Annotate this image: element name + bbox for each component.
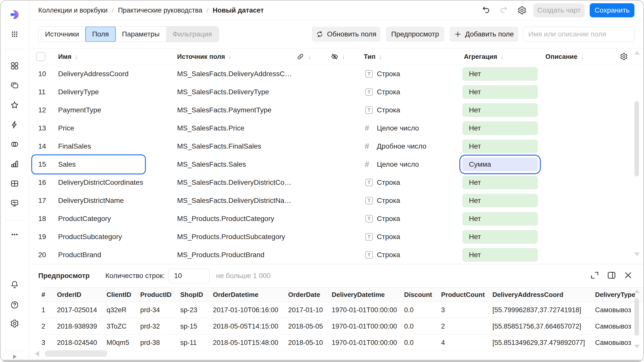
field-name: ProductSubcategory (58, 228, 122, 246)
app-window: Коллекции и воркбуки/Практические руково… (0, 0, 644, 362)
column-header-name-label: Имя (58, 53, 71, 61)
aggregation-select[interactable]: Нет (462, 103, 538, 117)
update-fields-button[interactable]: Обновить поля (312, 27, 380, 42)
field-name: Sales (58, 155, 76, 173)
scroll-up-arrow[interactable] (634, 289, 640, 293)
column-header-source-label: Источник поля (177, 53, 225, 61)
column-header-description[interactable]: Описание ↓ (545, 48, 584, 65)
column-header-hidden[interactable]: ↓ (331, 48, 345, 65)
aggregation-select[interactable]: Нет (462, 248, 538, 262)
notifications-bell-icon[interactable] (1, 280, 29, 289)
collections-icon[interactable] (1, 81, 29, 90)
column-header-link[interactable]: ↓ (296, 48, 311, 65)
split-view-icon[interactable] (607, 270, 616, 280)
help-icon[interactable] (1, 300, 29, 309)
field-row[interactable]: 16DeliveryDistrictCoordinatesMS_SalesFac… (29, 173, 643, 192)
preview-toggle-button[interactable]: Предпросмотр (386, 27, 444, 42)
tab-fields[interactable]: Поля (85, 26, 116, 42)
row-count-input[interactable] (168, 268, 210, 283)
field-row[interactable]: 17DeliveryDistrictNameMS_SalesFacts.Deli… (29, 192, 643, 210)
fields-search-input[interactable] (523, 27, 634, 42)
tab-parameters[interactable]: Параметры (115, 27, 166, 42)
expand-preview-icon[interactable] (590, 270, 599, 280)
column-header-source[interactable]: Источник поля ↓ (177, 48, 231, 65)
field-row[interactable]: 12PaymentTypeMS_SalesFacts.PaymentTypeTС… (29, 101, 643, 119)
connections-icon[interactable] (1, 140, 29, 149)
aggregation-select[interactable]: Нет (462, 67, 538, 81)
expand-sidebar-icon[interactable] (1, 353, 29, 360)
preview-table: #OrderIDClientIDProductIDShopIDOrderDate… (42, 287, 644, 351)
scroll-up-arrow[interactable] (634, 51, 640, 55)
datalens-logo[interactable] (1, 7, 29, 23)
sort-arrow-icon[interactable]: ↓ (581, 53, 584, 61)
aggregation-select[interactable]: Нет (462, 212, 538, 225)
column-header-aggregation[interactable]: Агрегация ↓ (464, 48, 504, 65)
sort-arrow-icon[interactable]: ↓ (228, 53, 231, 61)
top-header: Коллекции и воркбуки/Практические руково… (29, 1, 643, 20)
monitoring-icon[interactable] (1, 199, 29, 208)
favorites-star-icon[interactable] (1, 101, 29, 110)
field-type-label: Строка (377, 83, 400, 101)
field-row[interactable]: 11DeliveryTypeMS_SalesFacts.DeliveryType… (29, 83, 643, 101)
field-source: MS_SalesFacts.DeliveryType (177, 83, 269, 101)
widgets-icon[interactable] (1, 61, 29, 70)
field-row[interactable]: 20ProductBrandMS_Products.ProductBrandTС… (29, 246, 643, 264)
select-all-checkbox[interactable] (36, 52, 45, 61)
sort-arrow-icon[interactable]: ↓ (75, 53, 78, 61)
apps-grid-icon[interactable] (1, 30, 29, 39)
fields-scrollbar-thumb[interactable] (634, 101, 639, 176)
sort-arrow-icon[interactable]: ↓ (308, 53, 311, 61)
tables-icon[interactable] (1, 179, 29, 188)
sort-arrow-icon[interactable]: ↓ (500, 53, 504, 61)
column-header-description-label: Описание (545, 53, 577, 61)
field-row[interactable]: 10DeliveryAddressCoordMS_SalesFacts.Deli… (29, 65, 643, 83)
aggregation-select[interactable]: Нет (462, 194, 538, 207)
scroll-left-arrow[interactable] (35, 351, 39, 356)
field-row[interactable]: 15SalesMS_SalesFacts.Sales#Целое числоСу… (29, 155, 643, 173)
breadcrumb-item[interactable]: Коллекции и воркбуки (38, 7, 108, 14)
breadcrumb-item[interactable]: Практические руководства (118, 7, 202, 14)
preview-scrollbar-thumb[interactable] (634, 298, 639, 336)
undo-icon[interactable] (481, 6, 491, 15)
table-settings-gear-icon[interactable] (620, 48, 628, 65)
dataset-settings-gear-icon[interactable] (517, 6, 527, 15)
breadcrumb-item[interactable]: Новый датасет (213, 7, 264, 14)
field-type-label: Строка (377, 228, 400, 246)
column-header-type[interactable]: Тип ↓ (364, 48, 382, 65)
scroll-down-arrow[interactable] (634, 252, 640, 256)
field-row[interactable]: 19ProductSubcategoryMS_Products.ProductS… (29, 228, 643, 246)
field-source: MS_SalesFacts.DeliveryDistrictCo… (177, 173, 291, 192)
window-bottom-edge (1, 360, 643, 361)
tab-sources[interactable]: Источники (38, 27, 86, 42)
aggregation-select[interactable]: Нет (462, 85, 538, 99)
preview-cell: 2018-05-10T15:48:00 (213, 335, 288, 351)
settings-gear-icon[interactable] (1, 319, 29, 328)
quick-actions-bolt-icon[interactable] (1, 120, 29, 129)
aggregation-select[interactable]: Нет (462, 140, 538, 153)
column-header-name[interactable]: Имя ↓ (58, 48, 78, 65)
preview-cell: 1970-01-01T00:00:00 (332, 318, 404, 335)
aggregation-select[interactable]: Нет (462, 176, 538, 189)
preview-row: 32018-024540M0qm5prd-38sp-112018-05-10T1… (42, 335, 644, 351)
add-field-button[interactable]: Добавить поле (450, 27, 518, 42)
more-icon[interactable] (1, 230, 29, 239)
preview-cell: 1970-01-01T00:00:00 (332, 302, 404, 318)
preview-hscrollbar-thumb[interactable] (45, 350, 107, 357)
sort-arrow-icon[interactable]: ↓ (379, 53, 382, 61)
save-button[interactable]: Сохранить (590, 3, 634, 17)
preview-row: 22018-9389393ToZCprd-32sp-152018-05-05T1… (42, 318, 644, 335)
field-name: FinalSales (58, 137, 91, 155)
field-row[interactable]: 14FinalSalesMS_SalesFacts.FinalSales#Дро… (29, 137, 643, 155)
close-preview-icon[interactable] (623, 270, 633, 280)
aggregation-select[interactable]: Нет (462, 121, 538, 135)
field-row[interactable]: 13PriceMS_SalesFacts.Price#Целое числоНе… (29, 119, 643, 137)
charts-icon[interactable] (1, 159, 29, 168)
sort-arrow-icon[interactable]: ↓ (342, 53, 345, 61)
aggregation-select[interactable]: Сумма (462, 158, 538, 171)
field-name: PaymentType (58, 101, 101, 119)
preview-cell: [55.85851756,37.664657072] (492, 318, 595, 335)
scroll-down-arrow[interactable] (634, 345, 640, 348)
field-row[interactable]: 18ProductCategoryMS_Products.ProductCate… (29, 210, 643, 228)
field-type-label: Дробное число (377, 137, 426, 155)
aggregation-select[interactable]: Нет (462, 230, 538, 244)
